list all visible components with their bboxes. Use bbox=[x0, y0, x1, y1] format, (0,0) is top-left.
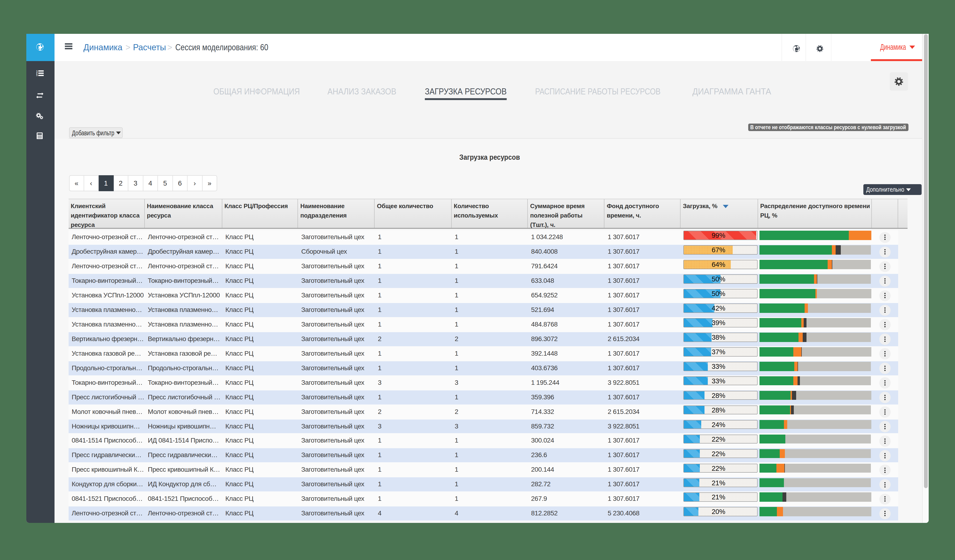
svg-text:3: 3 bbox=[36, 74, 38, 76]
